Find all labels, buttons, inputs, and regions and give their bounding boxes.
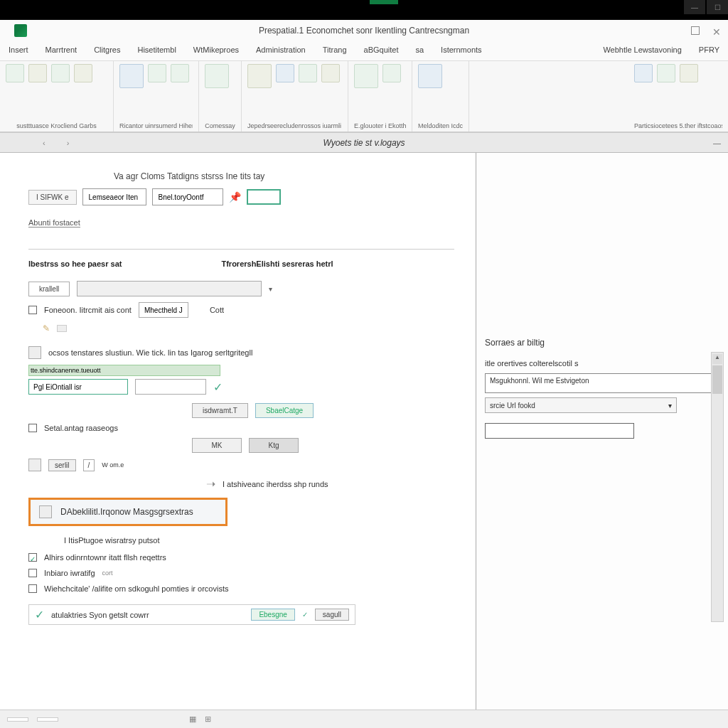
checkmark-icon[interactable]: ✓ xyxy=(213,380,223,394)
dropdown-arrow-icon[interactable]: ▾ xyxy=(269,285,272,293)
inline-box[interactable]: Mhectheld J xyxy=(139,302,188,318)
tab-2[interactable]: Clitgres xyxy=(85,41,129,60)
ribbon-icon[interactable] xyxy=(382,64,401,82)
tab-button[interactable]: krallell xyxy=(28,282,70,296)
tab-insert[interactable]: Insert xyxy=(0,41,37,60)
final-btn-1[interactable]: Ebesgne xyxy=(251,609,294,621)
ribbon-group-label: Ricantor uinrsumerd Hihenatd.tall latiou… xyxy=(119,123,193,130)
sheet-tab-2[interactable] xyxy=(37,717,58,722)
check-icon: ✓ xyxy=(35,608,44,621)
ribbon-group-5: Meldoditen Icdchigmnatu xyxy=(412,61,469,132)
ribbon-icon[interactable] xyxy=(299,64,317,82)
small-tool-1[interactable]: serlil xyxy=(48,459,76,471)
preview-pane: Sorraes ar biltig itle orertives coltere… xyxy=(476,153,728,722)
accent-strip xyxy=(370,0,398,4)
ribbon-icon[interactable] xyxy=(657,64,675,82)
nav-fwd-icon[interactable]: › xyxy=(67,139,70,147)
ribbon-icon[interactable] xyxy=(418,64,442,88)
arrow-note: I atshiveanc iherdss shp runds xyxy=(223,480,328,488)
checkbox-1[interactable] xyxy=(28,306,37,314)
minimize-icon[interactable] xyxy=(691,26,700,35)
tab-3[interactable]: Hisetitembl xyxy=(129,41,184,60)
toggle-icon[interactable] xyxy=(28,346,41,359)
ribbon-icon[interactable] xyxy=(321,64,340,82)
final-btn-2[interactable]: sagull xyxy=(315,609,349,621)
status-icon[interactable]: ▦ xyxy=(189,714,196,724)
right-panel-content: Sorraes ar biltig itle orertives coltere… xyxy=(476,153,728,453)
sheet-tab-1[interactable] xyxy=(7,717,28,722)
checkbox-3[interactable] xyxy=(28,553,37,562)
option-label: Foneoon. Iitrcmit ais cont xyxy=(44,306,132,314)
tab-help[interactable]: PFRY xyxy=(690,41,728,60)
os-min-icon[interactable]: — xyxy=(684,0,705,14)
color-swatch[interactable] xyxy=(247,189,281,205)
right-dropdown[interactable]: srcie Url fookd ▾ xyxy=(485,397,677,413)
secondary-input[interactable] xyxy=(135,379,206,395)
layout-icon-1[interactable] xyxy=(28,459,41,471)
tab-5[interactable]: Administration xyxy=(247,41,314,60)
ribbon-group-4: E.glouoter i Ekotthant xyxy=(348,61,412,132)
highlighted-option[interactable]: DAbeklilitl.Irqonow Masgsgrsextras xyxy=(28,498,228,526)
toolbar-btn-1[interactable]: I SIFWK e xyxy=(28,190,77,205)
os-titlebar: — ☐ xyxy=(0,0,728,20)
os-max-icon[interactable]: ☐ xyxy=(707,0,728,14)
ribbon-icon[interactable] xyxy=(119,64,144,88)
status-icon-2[interactable]: ⊞ xyxy=(205,714,211,724)
pencil-icon[interactable]: ✎ xyxy=(43,323,50,333)
ribbon-group-1: Ricantor uinrsumerd Hihenatd.tall latiou… xyxy=(114,61,199,132)
right-text-box[interactable]: Msgukhonnl. Wil me Estvigeton xyxy=(485,373,719,393)
dropdown-input[interactable] xyxy=(77,281,262,296)
tab-6[interactable]: Titrang xyxy=(314,41,355,60)
scroll-thumb[interactable] xyxy=(712,365,722,394)
mk-button[interactable]: MK xyxy=(192,438,242,453)
ribbon-icon[interactable] xyxy=(74,64,92,82)
checkbox-5[interactable] xyxy=(28,584,37,593)
vertical-scrollbar[interactable]: ▲ xyxy=(711,352,724,622)
ribbon-group-label: Meldoditen Icdchigmnatu xyxy=(418,123,463,130)
checkbox-4[interactable] xyxy=(28,569,37,577)
toolbar-input-2[interactable] xyxy=(152,188,223,205)
ribbon-icon[interactable] xyxy=(171,64,189,82)
main-content: Va agr Cloms Tatdigns stsrss Ine tits ta… xyxy=(0,153,728,722)
ribbon-group-3: Jepedrseerecludenrossos iuarmli tr Itelt… xyxy=(242,61,348,132)
ribbon-icon[interactable] xyxy=(680,64,698,82)
ribbon-icon[interactable] xyxy=(51,64,70,82)
app-logo-icon xyxy=(14,24,27,37)
small-tool-2[interactable]: / xyxy=(83,459,95,471)
ribbon-icon[interactable] xyxy=(148,64,166,82)
tab-4[interactable]: WtMikeproes xyxy=(185,41,247,60)
ribbon-icon[interactable] xyxy=(28,64,47,82)
ribbon-icon[interactable] xyxy=(6,64,24,82)
checkbox-2[interactable] xyxy=(28,424,37,432)
ribbon-icon[interactable] xyxy=(205,64,229,88)
small-box-icon[interactable] xyxy=(57,325,67,332)
advanced-link[interactable]: Abunti fostacet xyxy=(28,218,80,228)
collapse-icon[interactable]: — xyxy=(713,139,721,147)
check-label-3: Wiehchcitale' /alifite orn sdkoguhl pomt… xyxy=(44,584,228,593)
green-input[interactable] xyxy=(28,379,128,395)
tab-9[interactable]: Isternmonts xyxy=(432,41,490,60)
pin-icon[interactable]: 📌 xyxy=(229,191,241,203)
document-title: Prespatial.1 Economchet sonr Ikentling C… xyxy=(259,26,469,36)
ribbon-icon[interactable] xyxy=(634,64,653,82)
right-input-2[interactable] xyxy=(485,423,634,439)
highlight-label: DAbeklilitl.Irqonow Masgsgrsextras xyxy=(60,507,193,517)
action-button[interactable]: SbaelCatge xyxy=(255,403,314,418)
secondary-button[interactable]: isdwramt.T xyxy=(192,403,248,418)
tab-8[interactable]: sa xyxy=(407,41,432,60)
ribbon-icon[interactable] xyxy=(354,64,378,88)
ktg-button[interactable]: Ktg xyxy=(249,438,299,453)
section-heading-right: TfrorershElishti sesreras hetrl xyxy=(221,259,333,268)
scroll-up-icon[interactable]: ▲ xyxy=(712,354,722,364)
tab-share[interactable]: Webhtle Lewstavoning xyxy=(594,41,690,60)
ribbon-group-spacer xyxy=(469,61,628,132)
ribbon-icon[interactable] xyxy=(247,64,272,88)
ribbon-icon[interactable] xyxy=(276,64,294,82)
tab-7[interactable]: aBGquitet xyxy=(355,41,407,60)
close-icon[interactable]: ✕ xyxy=(712,26,721,35)
tab-1[interactable]: Marrtrent xyxy=(37,41,86,60)
check-label-2-end: cort xyxy=(102,569,113,577)
nav-back-icon[interactable]: ‹ xyxy=(43,139,46,147)
right-select-text: srcie Url fookd xyxy=(490,402,535,410)
toolbar-input-1[interactable] xyxy=(82,188,146,205)
